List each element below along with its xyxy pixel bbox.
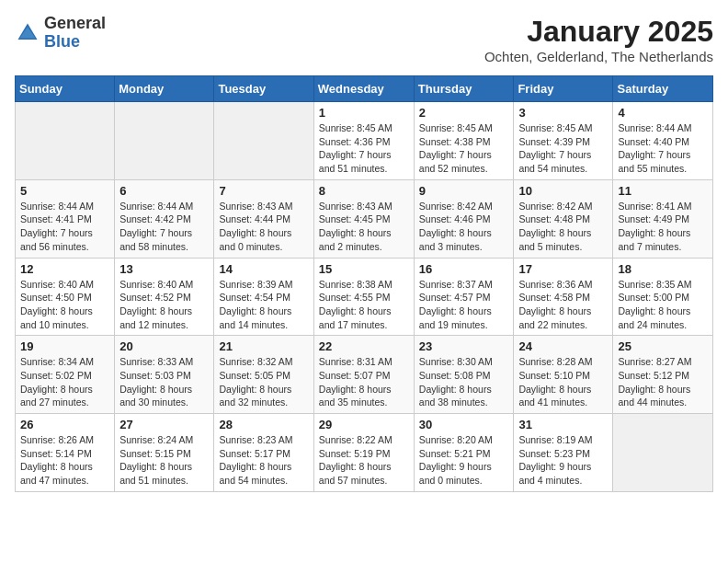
day-number: 31: [518, 418, 608, 431]
calendar-cell: 28Sunrise: 8:23 AM Sunset: 5:17 PM Dayli…: [214, 414, 313, 492]
logo: General Blue: [15, 15, 106, 52]
calendar-header-row: SundayMondayTuesdayWednesdayThursdayFrid…: [16, 76, 713, 102]
logo-blue-text: Blue: [44, 32, 80, 51]
calendar-week-row: 26Sunrise: 8:26 AM Sunset: 5:14 PM Dayli…: [16, 414, 713, 492]
calendar-cell: 24Sunrise: 8:28 AM Sunset: 5:10 PM Dayli…: [514, 336, 613, 414]
calendar-cell: [613, 414, 713, 492]
calendar-cell: 3Sunrise: 8:45 AM Sunset: 4:39 PM Daylig…: [514, 102, 613, 180]
day-number: 25: [618, 339, 708, 353]
day-info: Sunrise: 8:43 AM Sunset: 4:45 PM Dayligh…: [319, 200, 409, 254]
day-info: Sunrise: 8:43 AM Sunset: 4:44 PM Dayligh…: [219, 200, 308, 254]
calendar-day-header: Monday: [115, 76, 214, 102]
day-info: Sunrise: 8:45 AM Sunset: 4:39 PM Dayligh…: [518, 121, 608, 176]
calendar-day-header: Tuesday: [214, 76, 313, 102]
day-info: Sunrise: 8:40 AM Sunset: 4:52 PM Dayligh…: [119, 278, 209, 332]
calendar-week-row: 1Sunrise: 8:45 AM Sunset: 4:36 PM Daylig…: [16, 102, 713, 180]
location-subtitle: Ochten, Gelderland, The Netherlands: [484, 49, 713, 64]
day-info: Sunrise: 8:31 AM Sunset: 5:07 PM Dayligh…: [319, 355, 409, 409]
calendar-cell: 17Sunrise: 8:36 AM Sunset: 4:58 PM Dayli…: [514, 258, 613, 336]
day-number: 14: [219, 262, 308, 276]
calendar-table: SundayMondayTuesdayWednesdayThursdayFrid…: [15, 75, 713, 492]
day-info: Sunrise: 8:28 AM Sunset: 5:10 PM Dayligh…: [518, 355, 608, 409]
day-number: 16: [419, 262, 509, 276]
day-number: 1: [319, 106, 409, 120]
calendar-cell: 25Sunrise: 8:27 AM Sunset: 5:12 PM Dayli…: [613, 336, 713, 414]
calendar-cell: 27Sunrise: 8:24 AM Sunset: 5:15 PM Dayli…: [115, 414, 214, 492]
calendar-cell: 21Sunrise: 8:32 AM Sunset: 5:05 PM Dayli…: [214, 336, 313, 414]
day-number: 13: [119, 262, 209, 276]
calendar-cell: 30Sunrise: 8:20 AM Sunset: 5:21 PM Dayli…: [414, 414, 514, 492]
day-number: 28: [219, 418, 308, 431]
calendar-cell: 11Sunrise: 8:41 AM Sunset: 4:49 PM Dayli…: [613, 179, 713, 258]
day-number: 21: [219, 339, 308, 353]
calendar-cell: [16, 102, 115, 180]
calendar-cell: 18Sunrise: 8:35 AM Sunset: 5:00 PM Dayli…: [613, 258, 713, 336]
day-number: 5: [20, 184, 109, 198]
calendar-cell: 9Sunrise: 8:42 AM Sunset: 4:46 PM Daylig…: [414, 179, 514, 258]
day-info: Sunrise: 8:40 AM Sunset: 4:50 PM Dayligh…: [20, 278, 109, 332]
day-info: Sunrise: 8:34 AM Sunset: 5:02 PM Dayligh…: [20, 355, 109, 409]
calendar-cell: 7Sunrise: 8:43 AM Sunset: 4:44 PM Daylig…: [214, 179, 313, 258]
day-info: Sunrise: 8:39 AM Sunset: 4:54 PM Dayligh…: [219, 278, 308, 332]
calendar-cell: 6Sunrise: 8:44 AM Sunset: 4:42 PM Daylig…: [115, 179, 214, 258]
day-info: Sunrise: 8:33 AM Sunset: 5:03 PM Dayligh…: [119, 355, 209, 409]
day-info: Sunrise: 8:42 AM Sunset: 4:48 PM Dayligh…: [518, 200, 608, 254]
day-info: Sunrise: 8:32 AM Sunset: 5:05 PM Dayligh…: [219, 355, 308, 409]
day-number: 3: [518, 106, 608, 120]
month-year-title: January 2025: [484, 15, 713, 49]
calendar-cell: 5Sunrise: 8:44 AM Sunset: 4:41 PM Daylig…: [16, 179, 115, 258]
logo-general-text: General: [44, 14, 106, 32]
day-number: 30: [419, 418, 509, 431]
calendar-week-row: 5Sunrise: 8:44 AM Sunset: 4:41 PM Daylig…: [16, 179, 713, 258]
calendar-week-row: 19Sunrise: 8:34 AM Sunset: 5:02 PM Dayli…: [16, 336, 713, 414]
day-number: 15: [319, 262, 409, 276]
calendar-day-header: Wednesday: [313, 76, 414, 102]
calendar-cell: 23Sunrise: 8:30 AM Sunset: 5:08 PM Dayli…: [414, 336, 514, 414]
calendar-day-header: Saturday: [613, 76, 713, 102]
day-info: Sunrise: 8:30 AM Sunset: 5:08 PM Dayligh…: [419, 355, 509, 409]
day-info: Sunrise: 8:19 AM Sunset: 5:23 PM Dayligh…: [518, 433, 608, 488]
day-info: Sunrise: 8:35 AM Sunset: 5:00 PM Dayligh…: [618, 278, 708, 332]
day-info: Sunrise: 8:22 AM Sunset: 5:19 PM Dayligh…: [319, 433, 409, 488]
day-info: Sunrise: 8:44 AM Sunset: 4:42 PM Dayligh…: [119, 200, 209, 254]
day-info: Sunrise: 8:45 AM Sunset: 4:38 PM Dayligh…: [419, 121, 509, 176]
day-info: Sunrise: 8:44 AM Sunset: 4:41 PM Dayligh…: [20, 200, 109, 254]
calendar-cell: 1Sunrise: 8:45 AM Sunset: 4:36 PM Daylig…: [313, 102, 414, 180]
day-info: Sunrise: 8:45 AM Sunset: 4:36 PM Dayligh…: [319, 121, 409, 176]
calendar-cell: 22Sunrise: 8:31 AM Sunset: 5:07 PM Dayli…: [313, 336, 414, 414]
day-number: 4: [618, 106, 708, 120]
day-number: 24: [518, 339, 608, 353]
calendar-cell: 13Sunrise: 8:40 AM Sunset: 4:52 PM Dayli…: [115, 258, 214, 336]
day-number: 7: [219, 184, 308, 198]
day-number: 8: [319, 184, 409, 198]
calendar-cell: [115, 102, 214, 180]
day-number: 9: [419, 184, 509, 198]
day-number: 23: [419, 339, 509, 353]
day-number: 17: [518, 262, 608, 276]
calendar-cell: 19Sunrise: 8:34 AM Sunset: 5:02 PM Dayli…: [16, 336, 115, 414]
day-info: Sunrise: 8:27 AM Sunset: 5:12 PM Dayligh…: [618, 355, 708, 409]
day-info: Sunrise: 8:24 AM Sunset: 5:15 PM Dayligh…: [119, 433, 209, 488]
calendar-cell: 10Sunrise: 8:42 AM Sunset: 4:48 PM Dayli…: [514, 179, 613, 258]
calendar-cell: 12Sunrise: 8:40 AM Sunset: 4:50 PM Dayli…: [16, 258, 115, 336]
day-number: 26: [20, 418, 109, 431]
day-info: Sunrise: 8:38 AM Sunset: 4:55 PM Dayligh…: [319, 278, 409, 332]
day-number: 12: [20, 262, 109, 276]
day-info: Sunrise: 8:42 AM Sunset: 4:46 PM Dayligh…: [419, 200, 509, 254]
day-info: Sunrise: 8:20 AM Sunset: 5:21 PM Dayligh…: [419, 433, 509, 488]
day-number: 2: [419, 106, 509, 120]
calendar-week-row: 12Sunrise: 8:40 AM Sunset: 4:50 PM Dayli…: [16, 258, 713, 336]
calendar-day-header: Sunday: [16, 76, 115, 102]
calendar-day-header: Thursday: [414, 76, 514, 102]
day-info: Sunrise: 8:36 AM Sunset: 4:58 PM Dayligh…: [518, 278, 608, 332]
day-number: 27: [119, 418, 209, 431]
calendar-cell: 29Sunrise: 8:22 AM Sunset: 5:19 PM Dayli…: [313, 414, 414, 492]
day-number: 10: [518, 184, 608, 198]
day-number: 29: [319, 418, 409, 431]
day-info: Sunrise: 8:26 AM Sunset: 5:14 PM Dayligh…: [20, 433, 109, 488]
logo-icon: [15, 20, 40, 46]
calendar-cell: 20Sunrise: 8:33 AM Sunset: 5:03 PM Dayli…: [115, 336, 214, 414]
day-number: 22: [319, 339, 409, 353]
day-info: Sunrise: 8:37 AM Sunset: 4:57 PM Dayligh…: [419, 278, 509, 332]
day-info: Sunrise: 8:41 AM Sunset: 4:49 PM Dayligh…: [618, 200, 708, 254]
